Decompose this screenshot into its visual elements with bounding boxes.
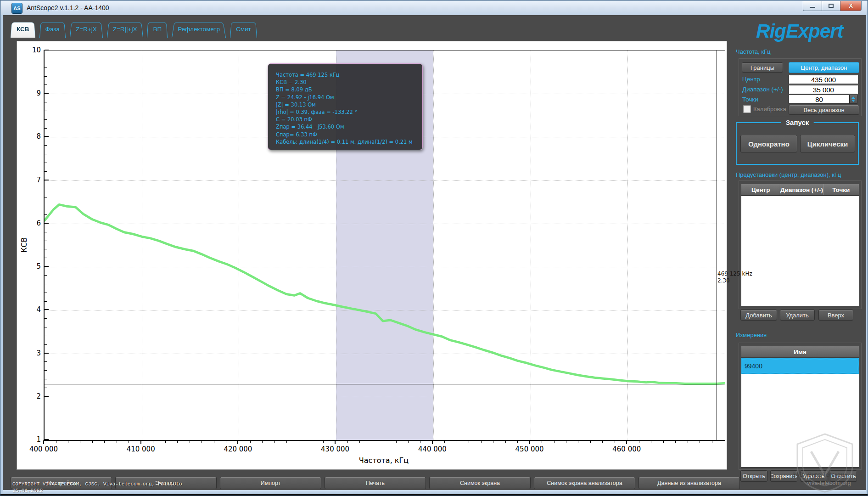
y-tick-label: 7	[21, 176, 41, 184]
x-minor-tick	[104, 440, 105, 443]
toolbar-button-4[interactable]: Снимок экрана	[429, 477, 531, 489]
y-minor-tick	[45, 232, 47, 232]
chart-panel: КСВ Частота, кГц Частота = 469 125 кГцКС…	[17, 41, 727, 470]
y-minor-tick	[45, 111, 47, 111]
presets-column-0: Центр	[741, 184, 780, 195]
tab-Z=R||+jX[interactable]: Z=R||+jX	[107, 21, 143, 38]
preset-up-button[interactable]: Вверх	[818, 310, 853, 321]
toolbar-button-5[interactable]: Снимок экрана анализатора	[534, 477, 635, 489]
run-single-button[interactable]: Однократно	[740, 135, 797, 152]
x-minor-tick	[299, 440, 299, 443]
x-minor-tick	[226, 440, 226, 443]
toolbar-button-3[interactable]: Печать	[325, 477, 426, 489]
y-tick-label: 10	[21, 46, 41, 54]
sidebar: RigExpert Частота, кГц Границы Центр, ди…	[735, 19, 864, 488]
x-tick-label: 430 000	[308, 445, 363, 453]
tab-Рефлектометр[interactable]: Рефлектометр	[172, 21, 226, 38]
x-minor-tick	[639, 440, 639, 443]
points-spinner[interactable]	[850, 95, 857, 104]
run-title: Запуск	[781, 118, 814, 126]
tab-label: Фаза	[45, 26, 60, 33]
x-minor-tick	[700, 440, 700, 443]
calibration-checkbox[interactable]	[743, 105, 751, 113]
x-minor-tick	[80, 440, 80, 443]
y-minor-tick	[45, 197, 47, 197]
x-tick-mark	[432, 440, 433, 444]
tooltip-line: |Z| = 30.13 Ом	[276, 101, 416, 108]
tooltip-line: |rho| = 0.39, фаза = -133.22 °	[276, 108, 416, 116]
tab-КСВ[interactable]: КСВ	[11, 21, 35, 38]
x-minor-tick	[615, 440, 615, 443]
x-minor-tick	[457, 440, 457, 443]
x-tick-mark	[335, 440, 336, 444]
x-minor-tick	[372, 440, 372, 443]
window-title: AntScope2 v.1.1.2 - AA-1400	[27, 4, 109, 11]
x-minor-tick	[712, 440, 712, 443]
tab-Смит[interactable]: Смит	[230, 21, 257, 38]
calibration-label: Калибровка	[753, 106, 786, 113]
tooltip-line: Z = 24.92 - j16.94 Ом	[276, 94, 416, 101]
preset-add-button[interactable]: Добавить	[740, 310, 777, 321]
tab-label: Рефлектометр	[178, 26, 220, 33]
x-minor-tick	[56, 440, 56, 443]
tab-ВП[interactable]: ВП	[147, 21, 168, 38]
toolbar-button-2[interactable]: Импорт	[220, 477, 321, 489]
y-minor-tick	[45, 102, 47, 102]
x-minor-tick	[153, 440, 153, 443]
x-minor-tick	[663, 440, 664, 443]
cursor-tooltip: Частота = 469 125 кГцКСВ = 2.30ВП = 8.09…	[268, 63, 423, 150]
tab-Z=R+jX[interactable]: Z=R+jX	[70, 21, 103, 38]
span-input[interactable]	[789, 85, 858, 94]
x-minor-tick	[68, 440, 68, 443]
cursor-readout: 469 125 kHz 2.30	[717, 271, 752, 284]
center-span-mode-button[interactable]: Центр, диапазон	[789, 62, 859, 73]
x-minor-tick	[469, 440, 469, 443]
app-icon: AS	[12, 3, 22, 13]
x-minor-tick	[347, 440, 348, 443]
maximize-icon	[829, 4, 834, 8]
center-frequency-input[interactable]	[789, 75, 858, 84]
preset-delete-button[interactable]: Удалить	[780, 310, 815, 321]
x-minor-tick	[214, 440, 214, 443]
y-tick-mark	[45, 353, 49, 354]
tooltip-line: КСВ = 2.30	[276, 79, 416, 86]
tab-label: ВП	[153, 26, 162, 33]
x-minor-tick	[675, 440, 676, 443]
x-minor-tick	[542, 440, 542, 443]
x-minor-tick	[578, 440, 578, 443]
full-range-button[interactable]: Весь диапазон	[789, 105, 859, 115]
y-tick-mark	[45, 50, 49, 51]
boundaries-mode-button[interactable]: Границы	[742, 62, 783, 73]
maximize-button[interactable]	[822, 1, 840, 11]
points-input[interactable]	[789, 95, 850, 104]
measurement-row[interactable]: 99400	[741, 358, 859, 374]
x-tick-mark	[140, 440, 141, 444]
x-minor-tick	[396, 440, 397, 443]
y-minor-tick	[45, 318, 47, 319]
screen-edge	[0, 494, 868, 496]
y-minor-tick	[45, 249, 47, 249]
x-axis-label: Частота, кГц	[44, 456, 724, 465]
presets-table-body[interactable]	[741, 196, 859, 307]
y-minor-tick	[45, 344, 47, 345]
tooltip-line: Частота = 469 125 кГц	[276, 71, 416, 79]
measurements-table-header: Имя	[741, 346, 859, 358]
x-minor-tick	[444, 440, 445, 443]
tab-label: Z=R||+jX	[113, 26, 137, 33]
rigexpert-logo: RigExpert	[739, 19, 861, 44]
x-minor-tick	[420, 440, 420, 443]
toolbar-button-6[interactable]: Данные из анализатора	[638, 477, 740, 489]
vendor-site-watermark: viva-telecom.org	[799, 479, 859, 486]
x-tick-mark	[529, 440, 530, 444]
tab-Фаза[interactable]: Фаза	[39, 21, 66, 38]
minimize-button[interactable]	[803, 1, 822, 11]
measurements-section-title: Измерения	[736, 332, 767, 338]
x-tick-mark	[626, 440, 627, 444]
x-minor-tick	[481, 440, 482, 443]
presets-table-header: ЦентрДиапазон (+/-)Точки	[741, 184, 859, 196]
close-button[interactable]: X	[840, 1, 862, 11]
y-tick-label: 5	[21, 262, 41, 271]
run-continuous-button[interactable]: Циклически	[800, 135, 855, 152]
y-tick-label: 4	[21, 305, 41, 314]
measurement-open-button[interactable]: Открыть	[740, 470, 767, 482]
